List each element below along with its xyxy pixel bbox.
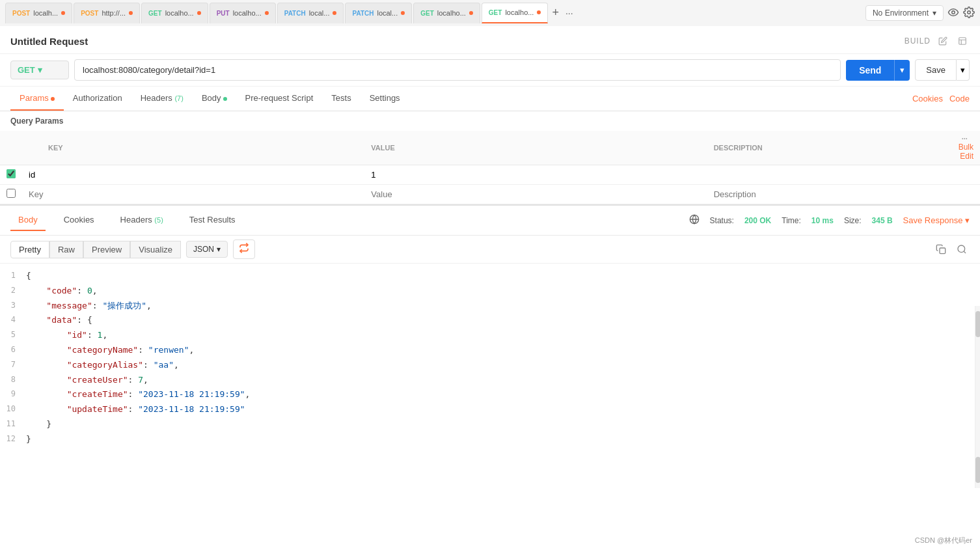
- row2-key-input[interactable]: [29, 189, 358, 199]
- tab-url-2: http://...: [102, 9, 126, 17]
- headers-badge: (7): [174, 94, 183, 102]
- res-tab-body[interactable]: Body: [10, 210, 46, 231]
- tab-post-1[interactable]: POST localh...: [5, 3, 72, 23]
- add-tab-button[interactable]: +: [549, 3, 562, 22]
- row2-value-cell[interactable]: [364, 185, 707, 204]
- row-key-cell[interactable]: [22, 165, 364, 185]
- tab-patch-5[interactable]: PATCH local...: [277, 3, 344, 23]
- code-line-8: 8 "createUser": 7,: [0, 373, 980, 388]
- credit-text: CSDN @林代码er: [915, 536, 972, 544]
- row2-checkbox[interactable]: [7, 189, 16, 198]
- row2-desc-input[interactable]: [714, 189, 946, 199]
- row-checkbox[interactable]: [7, 169, 16, 178]
- eye-button[interactable]: [947, 7, 959, 20]
- edit-button[interactable]: [936, 34, 950, 48]
- tab-url-1: localh...: [33, 9, 58, 17]
- tab-get-8[interactable]: GET localho...: [482, 3, 549, 23]
- res-tab-tests[interactable]: Test Results: [182, 210, 243, 231]
- code-line-2: 2 "code": 0,: [0, 284, 980, 299]
- save-response-button[interactable]: Save Response ▾: [903, 215, 970, 225]
- response-section: Body Cookies Headers (5) Test Results St…: [0, 204, 980, 446]
- request-tabs-bar: POST localh... POST http://... GET local…: [0, 0, 980, 26]
- json-format-select[interactable]: JSON ▾: [186, 241, 228, 258]
- svg-point-1: [968, 10, 971, 14]
- fmt-tab-raw[interactable]: Raw: [49, 241, 83, 258]
- method-label-3: GET: [148, 10, 162, 17]
- fmt-tab-visualize[interactable]: Visualize: [130, 241, 181, 258]
- row-desc-input[interactable]: [714, 170, 946, 180]
- res-tab-headers[interactable]: Headers (5): [113, 210, 171, 231]
- bulk-edit-link[interactable]: Bulk Edit: [959, 143, 973, 161]
- row2-checkbox-cell[interactable]: [0, 185, 22, 204]
- json-label: JSON: [193, 245, 214, 254]
- tab-params[interactable]: Params: [10, 87, 64, 111]
- method-selector[interactable]: GET ▾: [10, 61, 69, 79]
- method-value: GET: [18, 65, 35, 75]
- tab-get-7[interactable]: GET localho...: [413, 3, 480, 23]
- method-label-6: PATCH: [352, 10, 374, 17]
- fmt-tab-preview[interactable]: Preview: [83, 241, 130, 258]
- row2-key-cell[interactable]: [22, 185, 364, 204]
- send-button[interactable]: Send: [846, 60, 894, 81]
- globe-icon: [689, 214, 700, 226]
- params-dot: [51, 97, 55, 101]
- save-button[interactable]: Save: [915, 59, 957, 81]
- url-input[interactable]: [74, 59, 841, 81]
- environment-dropdown-icon: ▾: [932, 8, 936, 18]
- tab-settings[interactable]: Settings: [361, 87, 409, 111]
- row-key-input[interactable]: [29, 170, 358, 180]
- res-headers-badge: (5): [154, 216, 163, 224]
- layout-button[interactable]: [955, 34, 970, 48]
- row-value-cell[interactable]: [364, 165, 707, 185]
- wrap-button[interactable]: [233, 240, 255, 259]
- code-line-9: 9 "createTime": "2023-11-18 21:19:59",: [0, 387, 980, 402]
- save-dropdown-button[interactable]: ▾: [957, 59, 970, 81]
- more-icon[interactable]: ···: [962, 135, 968, 143]
- tab-url-4: localho...: [233, 9, 262, 17]
- row2-value-input[interactable]: [371, 189, 700, 199]
- code-line-5: 5 "id": 1,: [0, 328, 980, 343]
- row2-desc-cell[interactable]: [707, 185, 952, 204]
- tab-authorization[interactable]: Authorization: [64, 87, 131, 111]
- environment-selector[interactable]: No Environment ▾: [865, 5, 944, 21]
- row-checkbox-cell[interactable]: [0, 165, 22, 185]
- scrollbar-thumb-bottom[interactable]: [975, 457, 980, 483]
- tab-get-3[interactable]: GET localho...: [141, 3, 208, 23]
- tab-prerequest[interactable]: Pre-request Script: [236, 87, 323, 111]
- code-line-11: 11 }: [0, 417, 980, 432]
- tab-dot-3: [197, 11, 201, 15]
- method-label-7: GET: [420, 10, 434, 17]
- tab-dot-7: [469, 11, 473, 15]
- body-dot: [223, 97, 227, 101]
- search-button[interactable]: [954, 241, 970, 257]
- tab-headers[interactable]: Headers (7): [131, 87, 193, 111]
- response-code-block: 1 { 2 "code": 0, 3 "message": "操作成功", 4 …: [0, 264, 980, 446]
- send-dropdown-button[interactable]: ▾: [894, 60, 910, 81]
- code-line-6: 6 "categoryName": "renwen",: [0, 343, 980, 358]
- settings-button[interactable]: [963, 7, 975, 20]
- th-key: KEY: [22, 131, 364, 165]
- row-desc-cell[interactable]: [707, 165, 952, 185]
- row-value-input[interactable]: [371, 170, 700, 180]
- svg-point-0: [952, 10, 955, 14]
- scrollbar-thumb[interactable]: [975, 311, 980, 337]
- res-tab-cookies[interactable]: Cookies: [56, 210, 102, 231]
- tab-patch-6[interactable]: PATCH local...: [345, 3, 412, 23]
- tab-bar: POST localh... POST http://... GET local…: [0, 0, 980, 26]
- svg-rect-4: [940, 248, 946, 254]
- fmt-tab-pretty[interactable]: Pretty: [10, 241, 49, 258]
- copy-button[interactable]: [933, 241, 949, 257]
- scrollbar-track: [975, 306, 980, 488]
- code-link[interactable]: Code: [949, 94, 970, 103]
- footer-credit: CSDN @林代码er: [907, 533, 980, 548]
- cookies-link[interactable]: Cookies: [912, 94, 943, 103]
- tab-body[interactable]: Body: [193, 87, 236, 111]
- header-actions: BUILD: [905, 34, 970, 48]
- size-label: Size:: [844, 216, 862, 225]
- build-label: BUILD: [905, 36, 931, 46]
- tab-tests[interactable]: Tests: [322, 87, 360, 111]
- tab-put-4[interactable]: PUT localho...: [210, 3, 276, 23]
- more-tabs-button[interactable]: ···: [563, 5, 576, 21]
- tab-post-2[interactable]: POST http://...: [74, 3, 140, 23]
- method-dropdown-icon: ▾: [38, 65, 42, 75]
